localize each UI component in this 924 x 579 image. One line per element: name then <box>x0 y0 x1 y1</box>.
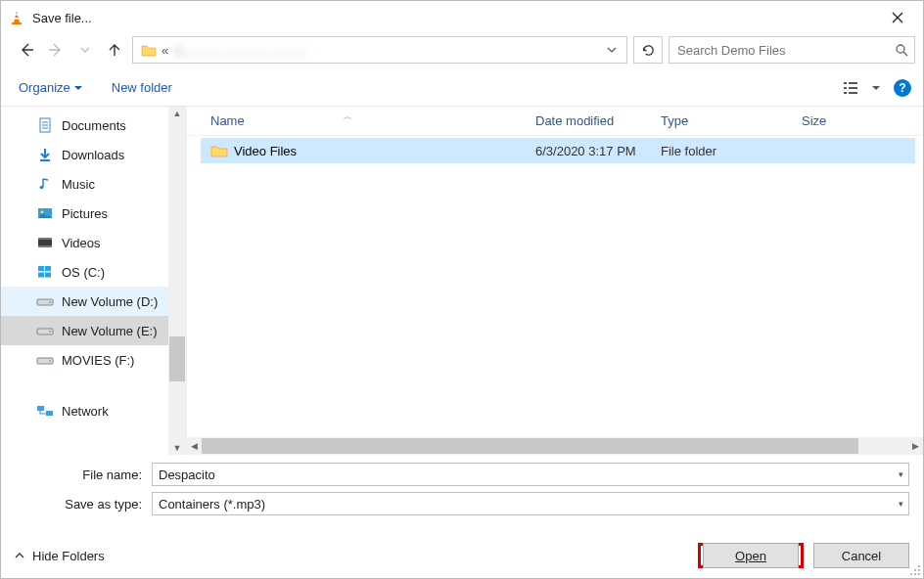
window-title: Save file... <box>32 11 878 25</box>
open-button-highlight: Open <box>698 543 804 568</box>
search-input[interactable] <box>675 42 895 59</box>
col-name[interactable]: Name <box>201 113 535 128</box>
col-size[interactable]: Size <box>802 113 915 128</box>
pic-icon <box>36 204 54 222</box>
svg-rect-1 <box>14 14 19 16</box>
drive-icon <box>36 292 54 310</box>
sidebar-item-network[interactable]: Network <box>1 396 168 425</box>
nav-row: « « ……… ……… ……… <box>1 34 923 69</box>
sidebar-list: DocumentsDownloadsMusicPicturesVideosOS … <box>1 107 168 455</box>
breadcrumb-path: « ……… ……… ……… <box>175 43 603 58</box>
sidebar-item-label: Documents <box>62 118 126 133</box>
svg-rect-3 <box>12 22 22 24</box>
drive-icon <box>36 322 54 339</box>
col-type[interactable]: Type <box>661 113 802 128</box>
horizontal-scrollbar[interactable]: ◀ ▶ <box>187 437 923 455</box>
scroll-up-icon[interactable]: ▲ <box>173 107 182 120</box>
vlc-cone-icon <box>9 10 24 25</box>
file-name-input[interactable]: Despacito ▾ <box>152 463 909 486</box>
svg-point-39 <box>914 569 916 571</box>
svg-point-19 <box>41 211 44 214</box>
open-button[interactable]: Open <box>703 543 799 568</box>
svg-marker-0 <box>14 11 20 22</box>
hide-folders-button[interactable]: Hide Folders <box>15 549 105 563</box>
search-box[interactable] <box>669 36 915 64</box>
scroll-left-icon[interactable]: ◀ <box>187 441 202 451</box>
refresh-button[interactable] <box>633 36 663 64</box>
drive-icon <box>36 351 54 369</box>
toolbar: Organize New folder ? <box>1 69 923 107</box>
sidebar-item-label: Music <box>62 177 95 192</box>
sidebar-item-label: Downloads <box>62 148 124 162</box>
back-button[interactable] <box>15 38 38 62</box>
sidebar-item[interactable]: Pictures <box>1 199 168 228</box>
save-type-label: Save as type: <box>15 497 152 512</box>
svg-point-17 <box>40 186 44 189</box>
down-icon <box>36 146 54 163</box>
view-dropdown-icon[interactable] <box>870 77 882 99</box>
sidebar-item[interactable]: OS (C:) <box>1 257 168 287</box>
sort-indicator-icon: ︿ <box>344 111 352 123</box>
file-name-value: Despacito <box>159 468 215 482</box>
svg-rect-16 <box>40 159 50 161</box>
view-options-button[interactable] <box>839 77 866 99</box>
sidebar-item-label: Videos <box>62 236 101 250</box>
sidebar-item[interactable]: Downloads <box>1 140 168 169</box>
scroll-down-icon[interactable]: ▼ <box>173 441 182 455</box>
file-type: File folder <box>661 144 802 158</box>
close-button[interactable] <box>878 4 917 31</box>
sidebar-item[interactable]: MOVIES (F:) <box>1 345 168 375</box>
svg-rect-11 <box>849 92 857 94</box>
cancel-button[interactable]: Cancel <box>813 543 909 568</box>
sidebar-item[interactable]: Music <box>1 169 168 199</box>
svg-rect-22 <box>38 245 52 247</box>
file-row[interactable]: Video Files6/3/2020 3:17 PMFile folder <box>201 138 915 163</box>
file-name: Video Files <box>234 144 297 158</box>
sidebar-item[interactable]: New Volume (D:) <box>1 287 168 316</box>
organize-menu[interactable]: Organize <box>19 80 82 95</box>
hscroll-thumb[interactable] <box>202 438 858 454</box>
sidebar-item[interactable]: New Volume (E:) <box>1 316 168 345</box>
svg-rect-10 <box>844 92 847 94</box>
chevron-down-icon[interactable]: ▾ <box>899 469 903 479</box>
svg-rect-2 <box>14 18 21 20</box>
chevron-down-icon[interactable]: ▾ <box>899 499 903 509</box>
file-name-label: File name: <box>15 468 152 482</box>
svg-point-38 <box>910 573 912 575</box>
address-bar[interactable]: « « ……… ……… ……… <box>132 36 627 64</box>
search-icon <box>895 43 908 57</box>
titlebar: Save file... <box>1 1 923 34</box>
file-rows: Video Files6/3/2020 3:17 PMFile folder <box>187 136 923 437</box>
sidebar-item-label: Network <box>62 404 109 419</box>
up-button[interactable] <box>103 38 126 62</box>
sidebar-scrollbar[interactable]: ▲ ▼ <box>168 107 186 455</box>
column-headers: ︿ Name Date modified Type Size <box>187 107 923 136</box>
scroll-thumb[interactable] <box>169 336 185 381</box>
svg-point-36 <box>914 573 916 575</box>
music-icon <box>36 175 54 193</box>
sidebar-item[interactable]: Documents <box>1 111 168 140</box>
col-date[interactable]: Date modified <box>535 113 661 128</box>
help-button[interactable]: ? <box>894 79 911 97</box>
sidebar-item[interactable]: Videos <box>1 228 168 257</box>
folder-icon <box>139 40 159 60</box>
new-folder-button[interactable]: New folder <box>112 80 172 95</box>
doc-icon <box>36 116 54 134</box>
sidebar-item-label: New Volume (D:) <box>62 294 158 309</box>
svg-point-32 <box>49 360 51 362</box>
sidebar-item-label: MOVIES (F:) <box>62 353 134 368</box>
save-type-combo[interactable]: Containers (*.mp3) ▾ <box>152 492 909 515</box>
sidebar-item-label: New Volume (E:) <box>62 324 158 338</box>
resize-grip-icon[interactable] <box>909 564 921 576</box>
save-dialog: Save file... « « ……… ……… ……… Organize Ne… <box>0 0 924 579</box>
svg-point-4 <box>897 45 904 53</box>
address-dropdown-icon[interactable] <box>607 45 623 55</box>
hide-folders-label: Hide Folders <box>32 549 105 563</box>
forward-button[interactable] <box>44 38 68 62</box>
recent-dropdown[interactable] <box>73 38 97 62</box>
chevron-up-icon <box>15 551 24 560</box>
svg-rect-7 <box>849 82 857 84</box>
scroll-right-icon[interactable]: ▶ <box>908 441 923 451</box>
breadcrumb-chevron: « <box>162 43 168 58</box>
svg-rect-6 <box>844 82 847 84</box>
